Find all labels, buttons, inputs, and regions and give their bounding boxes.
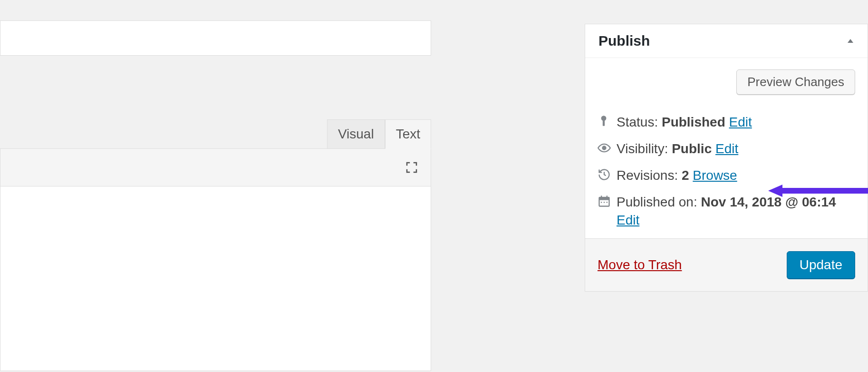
collapse-toggle-icon[interactable]: [847, 37, 854, 45]
preview-changes-button[interactable]: Preview Changes: [736, 69, 855, 95]
revisions-row: Revisions: 2 Browse: [598, 162, 855, 189]
preview-row: Preview Changes: [598, 69, 855, 95]
revisions-label: Revisions:: [617, 168, 678, 183]
history-icon: [598, 168, 617, 181]
editor-textarea[interactable]: [0, 186, 431, 371]
published-row: Published on: Nov 14, 2018 @ 06:14 Edit: [598, 189, 855, 234]
published-edit-link[interactable]: Edit: [617, 213, 639, 227]
calendar-icon: [598, 195, 617, 208]
publish-box-header[interactable]: Publish: [585, 24, 868, 58]
eye-icon: [598, 141, 617, 155]
revisions-browse-link[interactable]: Browse: [693, 168, 737, 183]
publish-title: Publish: [598, 33, 650, 49]
status-row: Status: Published Edit: [598, 109, 855, 136]
post-title-input[interactable]: [0, 20, 431, 56]
svg-point-2: [603, 147, 606, 150]
editor-tabs: Visual Text: [0, 119, 431, 149]
svg-rect-6: [607, 196, 608, 198]
publish-footer: Move to Trash Update: [585, 238, 868, 291]
visibility-edit-link[interactable]: Edit: [715, 141, 738, 156]
editor-toolbar: [0, 148, 431, 186]
svg-rect-1: [603, 120, 605, 126]
status-edit-link[interactable]: Edit: [729, 115, 752, 129]
visibility-value: Public: [672, 141, 712, 156]
key-icon: [598, 115, 617, 127]
fullscreen-icon[interactable]: [405, 160, 419, 175]
publish-metabox: Publish Preview Changes Status: Publishe…: [585, 24, 868, 292]
published-value: Nov 14, 2018 @ 06:14: [701, 195, 836, 209]
revisions-count: 2: [682, 168, 689, 183]
status-value: Published: [662, 115, 725, 129]
published-text: Published on: Nov 14, 2018 @ 06:14: [617, 195, 855, 210]
status-label: Status:: [617, 115, 658, 129]
svg-rect-7: [601, 202, 602, 203]
svg-rect-8: [604, 202, 605, 203]
editor-area: Visual Text: [0, 20, 431, 371]
publish-body: Preview Changes Status: Published Edit: [585, 58, 868, 238]
revisions-text: Revisions: 2 Browse: [617, 168, 855, 183]
tab-text[interactable]: Text: [385, 119, 431, 149]
update-button[interactable]: Update: [787, 251, 855, 279]
status-text: Status: Published Edit: [617, 115, 855, 130]
svg-rect-4: [599, 197, 609, 200]
tab-visual[interactable]: Visual: [327, 119, 385, 149]
svg-rect-5: [601, 196, 602, 198]
visibility-label: Visibility:: [617, 141, 668, 156]
visibility-text: Visibility: Public Edit: [617, 141, 855, 157]
published-label: Published on:: [617, 195, 697, 209]
visibility-row: Visibility: Public Edit: [598, 136, 855, 162]
svg-rect-9: [607, 202, 608, 203]
move-to-trash-link[interactable]: Move to Trash: [598, 257, 682, 273]
